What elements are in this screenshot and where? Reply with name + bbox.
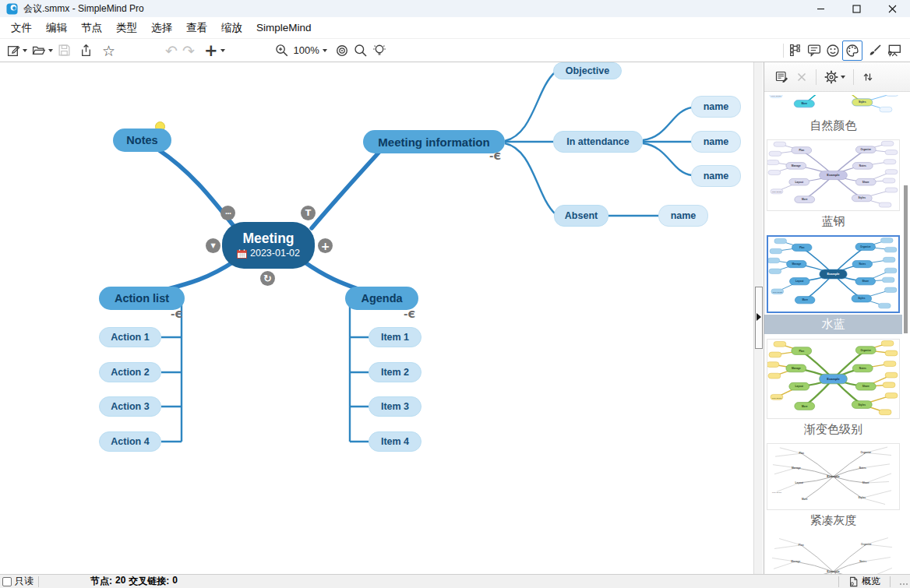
node-attendee-name-3[interactable]: name: [691, 165, 741, 187]
svg-text:Organize: Organize: [861, 543, 872, 546]
svg-text:Notes: Notes: [859, 164, 866, 167]
node-meeting-central[interactable]: Meeting 2023-01-02: [222, 222, 315, 269]
node-attendee-name-1[interactable]: name: [691, 96, 741, 118]
svg-text:Free layout: Free layout: [772, 491, 781, 493]
zoom-level[interactable]: 100%: [294, 44, 319, 56]
collapse-marker-meeting-information[interactable]: -Є: [489, 150, 501, 162]
zoom-in-button[interactable]: [273, 40, 291, 61]
redo-button[interactable]: ↷: [180, 40, 197, 61]
svg-text:Styles: Styles: [858, 298, 866, 301]
collapse-marker-action-list[interactable]: -Є: [171, 308, 182, 320]
edit-style-button[interactable]: [772, 67, 792, 87]
node-text-button[interactable]: T: [301, 206, 316, 220]
node-notes[interactable]: Notes: [113, 129, 171, 152]
mindmap-canvas[interactable]: Notes Meeting information Objective In a…: [0, 62, 753, 574]
node-in-attendance[interactable]: In attendance: [553, 131, 643, 153]
theme-item-partial[interactable]: PlanManageLayoutMoreOrganizeNotesShareSt…: [767, 534, 900, 574]
overview-button[interactable]: 概览: [844, 575, 885, 588]
undo-icon: ↶: [165, 42, 178, 59]
node-item-3[interactable]: Item 3: [369, 396, 421, 417]
menu-edit[interactable]: 编辑: [39, 18, 74, 38]
node-action-2[interactable]: Action 2: [99, 362, 161, 382]
panel-scrollbar[interactable]: [902, 92, 908, 574]
menu-file[interactable]: 文件: [4, 18, 39, 38]
node-item-2[interactable]: Item 2: [369, 362, 421, 382]
node-action-list[interactable]: Action list: [99, 287, 185, 310]
node-meeting-information[interactable]: Meeting information: [363, 130, 505, 153]
map-statistics: 节点: 20 交叉链接: 0: [90, 575, 178, 588]
center-map-button[interactable]: [333, 40, 351, 61]
style-settings-button[interactable]: [821, 67, 848, 87]
menu-type[interactable]: 类型: [109, 18, 144, 38]
node-history-button[interactable]: ↻: [260, 271, 275, 286]
node-objective[interactable]: Objective: [553, 62, 622, 79]
node-action-1[interactable]: Action 1: [99, 327, 161, 347]
theme-item-aqua-selected[interactable]: PlanManageLayoutMoreOrganizeNotesShareSt…: [764, 235, 902, 334]
menu-simplemind[interactable]: SimpleMind: [249, 19, 319, 37]
notes-panel-button[interactable]: [805, 40, 824, 61]
svg-text:Styles: Styles: [859, 197, 866, 200]
canvas-scrollbar[interactable]: [753, 62, 763, 574]
svg-text:Share: Share: [862, 481, 869, 484]
theme-item-blue-steel[interactable]: PlanManageLayoutMoreOrganizeNotesShareSt…: [767, 139, 900, 231]
svg-text:More: More: [801, 102, 807, 105]
svg-text:Plan: Plan: [799, 544, 804, 547]
theme-item-compact-gray[interactable]: PlanManageLayoutMoreOrganizeNotesShareSt…: [767, 443, 900, 530]
node-action-3[interactable]: Action 3: [99, 396, 161, 417]
panel-collapse-arrow-icon[interactable]: [757, 313, 761, 321]
theme-list[interactable]: PlanManageLayoutMoreOrganizeNotesShareSt…: [764, 92, 902, 574]
presentation-button[interactable]: [884, 40, 904, 61]
gear-icon: [824, 70, 838, 84]
node-absent[interactable]: Absent: [554, 205, 608, 227]
node-collapse-button[interactable]: ▼: [206, 238, 220, 253]
collapse-marker-agenda[interactable]: -Є: [404, 308, 415, 320]
share-button[interactable]: [77, 40, 95, 61]
svg-text:Example: Example: [827, 273, 839, 276]
panel-scrollbar-thumb[interactable]: [904, 185, 908, 333]
node-item-4[interactable]: Item 4: [369, 431, 421, 452]
new-document-button[interactable]: [5, 40, 30, 61]
svg-text:Manage: Manage: [792, 262, 801, 266]
theme-label: 自然颜色: [767, 115, 900, 135]
comment-icon: [807, 44, 821, 57]
menu-zoom[interactable]: 缩放: [214, 18, 249, 38]
node-attendee-name-2[interactable]: name: [691, 131, 741, 153]
theme-item-gradient-levels[interactable]: PlanManageLayoutMoreOrganizeNotesShareSt…: [767, 339, 900, 438]
readonly-checkbox[interactable]: [2, 577, 12, 586]
menu-node[interactable]: 节点: [74, 18, 109, 38]
node-item-1[interactable]: Item 1: [369, 327, 421, 347]
theme-preview: PlanManageLayoutMoreOrganizeNotesShareSt…: [767, 95, 900, 115]
maximize-button[interactable]: [838, 0, 874, 17]
format-painter-button[interactable]: [866, 40, 884, 61]
palette-icon: [845, 44, 859, 58]
resize-grip[interactable]: [900, 583, 908, 585]
theme-preview: PlanManageLayoutMoreOrganizeNotesShareSt…: [767, 339, 900, 419]
links-count: 0: [172, 575, 178, 588]
save-button[interactable]: [55, 40, 73, 61]
emoji-panel-button[interactable]: [824, 40, 842, 61]
outline-button[interactable]: [787, 40, 805, 61]
node-action-4[interactable]: Action 4: [99, 431, 161, 452]
node-more-button[interactable]: ···: [220, 206, 235, 220]
undo-button[interactable]: ↶: [163, 40, 180, 61]
minimize-icon: [817, 5, 825, 13]
theme-item-natural-colors[interactable]: PlanManageLayoutMoreOrganizeNotesShareSt…: [767, 95, 900, 135]
search-button[interactable]: [351, 40, 370, 61]
links-label: 交叉链接:: [129, 575, 169, 588]
style-panel-button-active[interactable]: [842, 40, 862, 61]
close-button[interactable]: [874, 0, 910, 17]
node-add-child-button[interactable]: +: [318, 238, 333, 253]
delete-style-button[interactable]: [792, 67, 811, 87]
open-button[interactable]: [30, 40, 55, 61]
favorite-button[interactable]: ☆: [100, 40, 118, 61]
menu-select[interactable]: 选择: [144, 18, 179, 38]
tips-button[interactable]: [370, 40, 389, 61]
minimize-button[interactable]: [802, 0, 838, 17]
zoom-in-icon: [275, 44, 289, 58]
node-absentee-name[interactable]: name: [658, 205, 708, 227]
reorder-styles-button[interactable]: [859, 67, 877, 87]
node-agenda[interactable]: Agenda: [345, 287, 418, 310]
menu-view[interactable]: 查看: [179, 18, 214, 38]
presentation-icon: [887, 44, 901, 58]
add-node-button[interactable]: +: [202, 40, 227, 61]
